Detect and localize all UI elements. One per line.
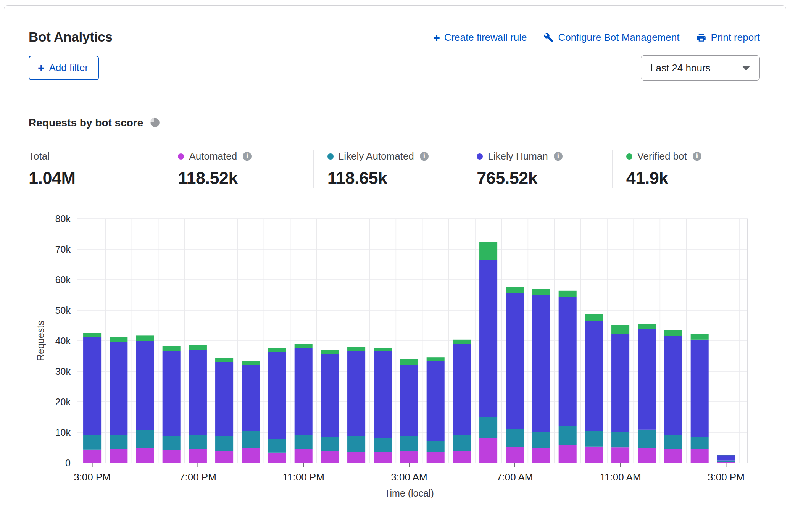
create-firewall-rule-label: Create firewall rule (444, 32, 527, 44)
add-filter-button[interactable]: + Add filter (29, 56, 99, 80)
stats-row: Total 1.04M Automated i 118.52k Likely A… (29, 150, 761, 188)
stat-automated: Automated i 118.52k (164, 150, 313, 188)
svg-text:11:00 PM: 11:00 PM (283, 471, 324, 483)
stat-likely-automated: Likely Automated i 118.65k (313, 150, 463, 188)
chevron-down-icon (742, 66, 750, 71)
svg-text:80k: 80k (55, 213, 71, 224)
likely-automated-legend-dot (327, 153, 334, 160)
info-icon[interactable]: i (420, 152, 429, 161)
stat-likely-human: Likely Human i 765.52k (463, 150, 612, 188)
stat-verified-bot-value: 41.9k (626, 168, 754, 188)
svg-text:7:00 PM: 7:00 PM (179, 471, 216, 483)
svg-text:10k: 10k (55, 427, 71, 438)
add-filter-label: Add filter (49, 62, 89, 74)
automated-legend-dot (178, 153, 184, 160)
svg-text:3:00 AM: 3:00 AM (391, 471, 427, 483)
stat-verified-bot-label: Verified bot (637, 150, 687, 162)
svg-text:60k: 60k (55, 274, 71, 285)
create-firewall-rule-link[interactable]: + Create firewall rule (433, 32, 527, 44)
svg-text:Requests: Requests (35, 321, 46, 361)
time-range-select[interactable]: Last 24 hours (641, 55, 760, 81)
header-actions: + Create firewall rule Configure Bot Man… (433, 32, 760, 44)
page-title: Bot Analytics (29, 29, 113, 45)
svg-text:Time (local): Time (local) (384, 488, 434, 498)
pie-chart-icon (149, 117, 160, 129)
configure-bot-management-label: Configure Bot Management (558, 32, 679, 44)
stat-likely-human-value: 765.52k (477, 168, 604, 188)
svg-text:3:00 PM: 3:00 PM (708, 471, 745, 483)
plus-icon: + (433, 33, 440, 42)
svg-text:40k: 40k (55, 335, 71, 346)
stacked-bar-chart[interactable]: 010k20k30k40k50k60k70k80k3:00 PM7:00 PM1… (29, 206, 762, 507)
stat-automated-value: 118.52k (178, 168, 305, 188)
svg-text:0: 0 (65, 458, 71, 468)
stat-total-label: Total (29, 150, 50, 162)
requests-section: Requests by bot score Total 1.04M Aut (4, 97, 786, 509)
svg-text:3:00 PM: 3:00 PM (74, 471, 111, 483)
plus-icon: + (38, 63, 45, 73)
svg-text:50k: 50k (55, 305, 71, 316)
svg-text:11:00 AM: 11:00 AM (600, 471, 641, 483)
info-icon[interactable]: i (554, 152, 563, 161)
filter-row: + Add filter Last 24 hours (4, 45, 786, 81)
stat-total: Total 1.04M (29, 150, 164, 188)
verified-bot-legend-dot (626, 153, 632, 160)
info-icon[interactable]: i (243, 152, 252, 161)
stat-automated-label: Automated (189, 150, 237, 162)
info-icon[interactable]: i (693, 152, 701, 161)
configure-bot-management-link[interactable]: Configure Bot Management (543, 32, 679, 44)
svg-text:30k: 30k (55, 366, 71, 377)
svg-text:70k: 70k (55, 244, 71, 255)
likely-human-legend-dot (477, 153, 483, 160)
stat-likely-human-label: Likely Human (488, 150, 548, 162)
svg-text:7:00 AM: 7:00 AM (497, 471, 533, 483)
stat-likely-automated-label: Likely Automated (339, 150, 414, 162)
section-title: Requests by bot score (29, 117, 143, 129)
stat-verified-bot: Verified bot i 41.9k (612, 150, 761, 188)
stat-likely-automated-value: 118.65k (327, 168, 455, 188)
wrench-icon (543, 32, 554, 43)
time-range-value: Last 24 hours (650, 62, 711, 74)
print-report-link[interactable]: Print report (696, 32, 760, 44)
print-report-label: Print report (711, 32, 760, 44)
stat-total-value: 1.04M (29, 168, 156, 188)
card-header: Bot Analytics + Create firewall rule Con… (4, 6, 786, 45)
svg-text:20k: 20k (55, 397, 71, 407)
requests-by-bot-score-chart: 010k20k30k40k50k60k70k80k3:00 PM7:00 PM1… (29, 206, 761, 509)
printer-icon (696, 32, 706, 43)
bot-analytics-card: Bot Analytics + Create firewall rule Con… (4, 5, 786, 532)
